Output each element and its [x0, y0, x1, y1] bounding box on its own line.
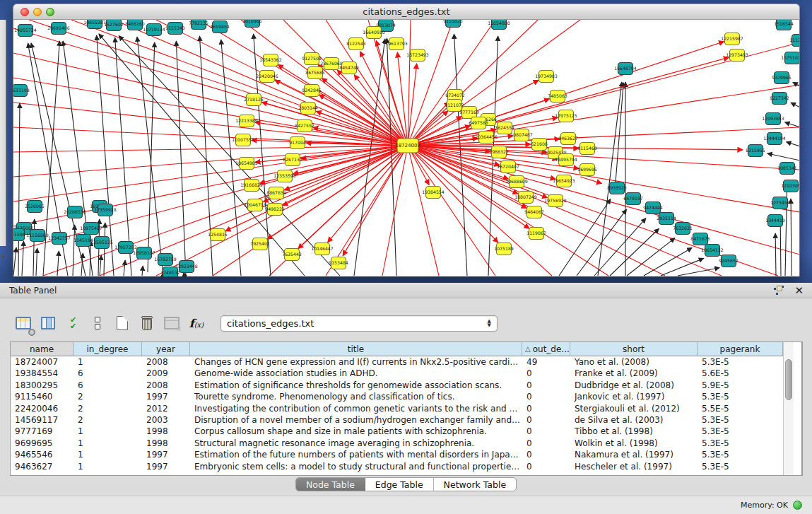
graph-node[interactable]: 10046718	[244, 199, 266, 211]
graph-node[interactable]: 621608	[531, 139, 548, 151]
graph-node[interactable]: 8267130	[283, 154, 302, 166]
table-header-row[interactable]: namein_degreeyeartitle△out_de...shortpag…	[11, 342, 783, 356]
table-cell[interactable]: 5.3E-5	[698, 461, 783, 472]
graph-edge[interactable]	[13, 146, 408, 152]
graph-node[interactable]: 9155343	[165, 23, 185, 35]
graph-node[interactable]: 8675685	[305, 67, 325, 79]
graph-node[interactable]: 9463627	[558, 133, 578, 145]
graph-node[interactable]: 8215955	[746, 145, 765, 157]
graph-node[interactable]: 12973493	[726, 49, 748, 62]
graph-node[interactable]: 1254815	[208, 229, 228, 241]
memory-ok-indicator-icon[interactable]	[793, 501, 802, 510]
graph-edge[interactable]	[57, 251, 59, 276]
graph-node[interactable]: 8454749	[339, 62, 359, 74]
table-cell[interactable]: 18724007	[11, 356, 73, 368]
graph-node[interactable]: 1248532	[160, 267, 180, 277]
function-builder-button[interactable]: f(x)	[186, 313, 207, 334]
table-cell[interactable]: 2012	[142, 403, 190, 414]
table-cell[interactable]: 0	[522, 403, 570, 414]
table-cell[interactable]: 5.5E-5	[698, 403, 783, 414]
graph-edge[interactable]	[182, 276, 184, 276]
table-cell[interactable]: 1998	[142, 426, 190, 437]
table-cell[interactable]: Investigating the contribution of common…	[190, 403, 522, 414]
graph-edge[interactable]	[408, 146, 800, 212]
delete-rows-button[interactable]	[136, 313, 158, 334]
graph-node[interactable]: 12215987	[721, 33, 743, 45]
table-cell[interactable]: 1998	[142, 438, 190, 449]
table-cell[interactable]: 1	[73, 356, 142, 368]
column-header-year[interactable]: year	[142, 342, 190, 356]
table-cell[interactable]: 14569117	[11, 414, 73, 426]
table-cell[interactable]: 0	[522, 391, 570, 402]
scrollbar-thumb[interactable]	[785, 359, 792, 400]
graph-node[interactable]: 1119867	[526, 228, 546, 240]
column-header-outde[interactable]: △out_de...	[522, 342, 570, 356]
table-cell[interactable]: Disruption of a novel member of a sodium…	[190, 414, 522, 426]
graph-node[interactable]: 7792135	[189, 20, 208, 30]
graph-node[interactable]: 12505135	[90, 237, 113, 249]
table-cell[interactable]: Franke et al. (2009)	[570, 368, 698, 379]
graph-node[interactable]: 9115460	[577, 143, 597, 155]
table-cell[interactable]: 1997	[142, 461, 190, 472]
graph-edge[interactable]	[142, 266, 143, 276]
graph-node[interactable]: 1516544	[774, 20, 794, 30]
graph-edge[interactable]	[13, 247, 16, 276]
graph-node[interactable]: 391594	[13, 229, 25, 241]
graph-node[interactable]: 19384554	[422, 187, 445, 199]
graph-node[interactable]: 19756928	[544, 195, 567, 207]
table-cell[interactable]: 1	[73, 449, 142, 460]
graph-edge[interactable]	[176, 41, 186, 276]
table-cell[interactable]: 9465546	[11, 449, 73, 460]
table-cell[interactable]: 22420046	[11, 403, 73, 414]
graph-node[interactable]: 1344419	[765, 215, 785, 227]
graph-node[interactable]: 14055724	[14, 25, 37, 37]
graph-node[interactable]: 9245652	[719, 255, 739, 267]
graph-node[interactable]: 12093853	[762, 113, 784, 125]
close-window-icon[interactable]	[20, 8, 29, 16]
table-row[interactable]: 1872400712008Changes of HCN gene express…	[11, 356, 783, 368]
table-cell[interactable]: 0	[522, 414, 570, 426]
table-cell[interactable]: Dudbridge et al. (2008)	[570, 380, 698, 391]
table-cell[interactable]: 5.9E-5	[698, 380, 783, 391]
table-row[interactable]: 2242004622012Investigating the contribut…	[11, 403, 783, 414]
graph-node[interactable]: 9699695	[577, 164, 597, 176]
table-cell[interactable]: 1997	[142, 449, 190, 460]
graph-node[interactable]: 16543362	[259, 54, 282, 66]
table-cell[interactable]: 6	[73, 380, 142, 391]
table-cell[interactable]: Nakamura et al. (1997)	[570, 449, 698, 460]
graph-edge[interactable]	[124, 260, 125, 276]
table-cell[interactable]: 9777169	[11, 426, 73, 437]
table-cell[interactable]: Stergiakouli et al. (2012)	[570, 403, 698, 414]
graph-node[interactable]: 8938923	[607, 182, 627, 194]
graph-edge[interactable]	[785, 181, 787, 276]
graph-edge[interactable]	[148, 42, 155, 272]
graph-node[interactable]: 7485063	[548, 90, 567, 103]
table-row[interactable]: 969969511998Structural magnetic resonanc…	[11, 438, 783, 449]
graph-node[interactable]: 917004	[289, 137, 306, 149]
tab-network-table[interactable]: Network Table	[434, 478, 517, 491]
table-row[interactable]: 946554611997Estimation of the future num…	[11, 449, 783, 460]
graph-node[interactable]: 16648794	[614, 63, 637, 75]
table-cell[interactable]: 1	[73, 426, 142, 437]
graph-node[interactable]: 15751074	[781, 52, 800, 64]
graph-node[interactable]: 12444194	[763, 133, 786, 145]
column-header-name[interactable]: name	[11, 342, 73, 356]
table-settings-button[interactable]	[13, 313, 34, 334]
graph-node[interactable]: 1818965	[242, 20, 262, 28]
table-cell[interactable]: 0	[522, 368, 570, 379]
new-table-button[interactable]	[112, 313, 133, 334]
column-header-short[interactable]: short	[570, 342, 698, 356]
table-cell[interactable]: 1997	[142, 391, 190, 402]
row-height-button[interactable]	[87, 313, 108, 334]
table-row[interactable]: 1830029562008Estimation of significance …	[11, 380, 783, 391]
graph-node[interactable]: 7635443	[282, 249, 302, 261]
graph-node[interactable]: 1085341	[777, 163, 797, 175]
graph-node[interactable]: 10688609	[505, 176, 528, 188]
table-cell[interactable]: 5.3E-5	[698, 414, 783, 426]
column-header-indegree[interactable]: in_degree	[73, 342, 142, 356]
table-cell[interactable]: 18300295	[11, 380, 73, 391]
graph-edge[interactable]	[137, 37, 163, 276]
column-header-pagerank[interactable]: pagerank	[698, 342, 783, 356]
graph-node[interactable]: 8867834	[266, 187, 286, 199]
table-cell[interactable]: 2	[73, 391, 142, 402]
